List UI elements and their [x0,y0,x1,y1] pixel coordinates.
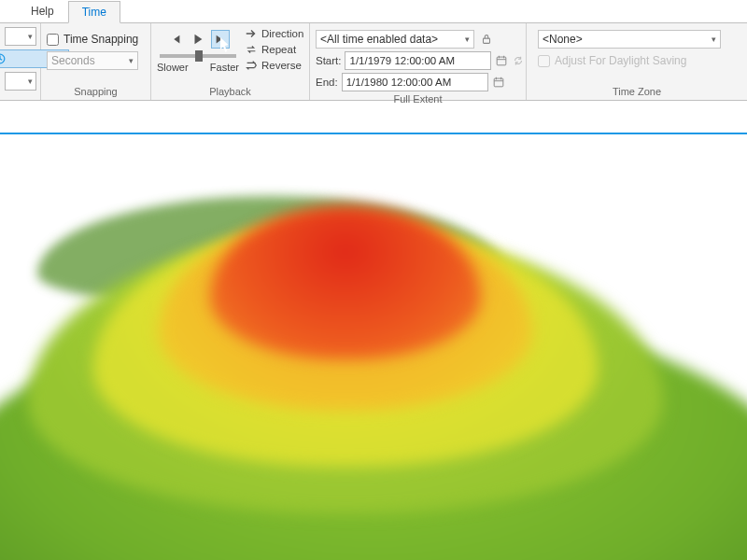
refresh-extent-button[interactable] [512,52,525,69]
dst-checkbox-input [538,55,550,67]
lock-extent-button[interactable] [478,31,495,48]
svg-rect-4 [494,78,503,87]
reverse-label: Reverse [261,60,302,71]
cropped-select-top[interactable]: ▾ [5,27,36,46]
clock-icon [0,52,7,65]
group-time-zone: <None> ▾ Adjust For Daylight Saving Time… [527,23,747,100]
end-calendar-button[interactable] [492,74,505,91]
start-time-label: Start: [316,55,341,66]
ribbon-tabstrip: Help Time [0,0,747,22]
direction-label: Direction [261,28,303,39]
start-time-input[interactable] [345,51,491,70]
refresh-icon [512,54,525,67]
time-layer-value: <All time enabled data> [320,33,438,46]
reverse-icon [245,59,258,72]
direction-button[interactable]: Direction [245,27,303,40]
speed-faster-label: Faster [210,62,239,73]
step-back-icon [169,33,182,46]
snapping-unit-value: Seconds [51,54,95,67]
snapping-unit-select[interactable]: Seconds ▾ [47,51,138,70]
step-back-button[interactable] [166,30,185,49]
chevron-down-icon: ▾ [129,56,134,65]
step-forward-button[interactable] [211,30,230,49]
time-zone-value: <None> [543,33,583,46]
group-label-full-extent: Full Extent [310,91,526,107]
speed-slower-label: Slower [157,62,189,73]
scene-viewport[interactable] [0,134,747,560]
speed-slider[interactable] [160,54,236,58]
arrow-right-icon [245,27,258,40]
end-time-label: End: [316,77,338,88]
tab-time[interactable]: Time [68,1,120,23]
step-forward-icon [214,33,227,46]
time-zone-select[interactable]: <None> ▾ [538,30,721,49]
lock-icon [480,33,493,46]
time-snapping-checkbox-input[interactable] [47,34,59,46]
group-label-time-zone: Time Zone [527,84,747,100]
repeat-button[interactable]: Repeat [245,43,303,56]
tab-help[interactable]: Help [17,0,68,22]
reverse-button[interactable]: Reverse [245,59,303,72]
group-label-snapping: Snapping [41,84,150,100]
ribbon: ▾ ▾ Time Snapping [0,22,747,101]
group-full-extent: <All time enabled data> ▾ Start: [310,23,527,100]
chevron-down-icon: ▾ [28,77,33,86]
app-window: Help Time ▾ ▾ [0,0,747,560]
group-label-playback: Playback [151,84,309,100]
chevron-down-icon: ▾ [465,35,470,44]
cropped-select-bottom[interactable]: ▾ [5,72,36,91]
time-layer-select[interactable]: <All time enabled data> ▾ [316,30,474,49]
play-button[interactable] [189,30,207,49]
group-playback: Slower Faster Direction [151,23,310,100]
svg-rect-3 [498,57,507,65]
terrain-surface [0,190,747,560]
end-time-input[interactable] [342,73,488,91]
group-cropped-left: ▾ ▾ [0,23,41,100]
chevron-down-icon: ▾ [28,32,33,41]
calendar-icon [495,54,508,67]
group-snapping: Time Snapping Seconds ▾ Snapping [41,23,151,100]
chevron-down-icon: ▾ [712,35,716,44]
start-calendar-button[interactable] [495,52,508,69]
calendar-icon [492,76,505,89]
repeat-label: Repeat [261,44,296,55]
time-snapping-label: Time Snapping [63,33,138,46]
repeat-icon [245,43,258,56]
group-label-cropped [0,94,40,110]
speed-slider-thumb[interactable] [195,50,203,62]
time-snapping-checkbox[interactable]: Time Snapping [47,33,138,46]
dst-checkbox: Adjust For Daylight Saving [538,54,721,67]
play-icon [191,33,204,46]
svg-rect-2 [484,38,490,43]
dst-label: Adjust For Daylight Saving [555,54,686,67]
